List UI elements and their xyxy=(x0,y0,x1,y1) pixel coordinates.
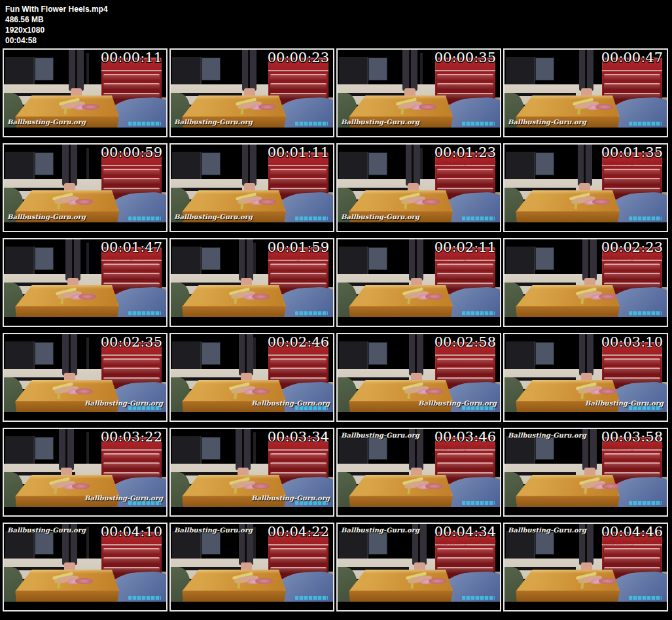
background-monitor-shape xyxy=(535,58,554,80)
site-watermark: Ballbusting-Guru.org xyxy=(341,526,419,534)
thumbnail[interactable]: 00:01:47 Ballbusting-Guru.org xyxy=(3,238,168,327)
timestamp-overlay: 00:00:47 xyxy=(601,51,663,65)
thumbnail[interactable]: 00:03:34 Ballbusting-Guru.org xyxy=(169,428,334,517)
thumbnail[interactable]: 00:04:22 Ballbusting-Guru.org xyxy=(169,523,334,611)
thumbnail[interactable]: 00:04:34 Ballbusting-Guru.org Ballbustin… xyxy=(336,523,501,611)
video-frame-preview: 00:00:23 Ballbusting-Guru.org xyxy=(171,50,333,136)
toolbox-trim-shape xyxy=(101,544,162,545)
gym-equipment-shape xyxy=(5,531,34,560)
gym-equipment-shape xyxy=(339,341,368,371)
letterbox-bar xyxy=(4,128,166,136)
thumbnail[interactable]: 00:02:35 Ballbusting-Guru.org xyxy=(3,333,168,422)
thumbnail[interactable]: 00:01:59 Ballbusting-Guru.org xyxy=(169,238,334,327)
toolbox-trim-shape xyxy=(101,165,162,166)
pink-object-shape xyxy=(75,578,93,584)
thumbnail[interactable]: 00:01:35 Ballbusting-Guru.org xyxy=(503,143,668,232)
thumbnail[interactable]: 00:00:11 Ballbusting-Guru.org xyxy=(3,48,168,137)
toolbox-drawer-shape xyxy=(103,557,160,564)
letterbox-bar xyxy=(171,128,333,136)
thumbnail[interactable]: 00:02:23 Ballbusting-Guru.org xyxy=(503,238,668,327)
toolbox-drawer-shape xyxy=(103,548,160,555)
cyan-watermark xyxy=(629,311,662,315)
barbell-shape xyxy=(511,93,576,96)
thumbnail[interactable]: 00:00:23 Ballbusting-Guru.org xyxy=(169,48,334,137)
cyan-watermark xyxy=(462,311,495,315)
gym-equipment-shape xyxy=(506,531,535,560)
toolbox-drawer-shape xyxy=(270,557,327,564)
thumbnail[interactable]: 00:02:46 Ballbusting-Guru.org xyxy=(169,333,334,422)
gym-equipment-shape xyxy=(5,57,34,86)
thumbnail[interactable]: 00:00:59 Ballbusting-Guru.org xyxy=(3,143,168,232)
wood-board-front-shape xyxy=(349,496,453,508)
thumbnail[interactable]: 00:03:22 Ballbusting-Guru.org xyxy=(3,428,168,517)
background-monitor-shape xyxy=(202,437,221,460)
background-monitor-shape xyxy=(35,152,54,175)
barbell-shape xyxy=(10,283,75,286)
thumbnail[interactable]: 00:03:46 Ballbusting-Guru.org Ballbustin… xyxy=(336,428,501,517)
timestamp-overlay: 00:02:35 xyxy=(101,336,162,349)
legs-shape xyxy=(239,239,253,281)
cyan-watermark xyxy=(462,596,495,600)
thumbnail[interactable]: 00:01:11 Ballbusting-Guru.org xyxy=(169,143,334,232)
video-frame-preview: 00:03:34 Ballbusting-Guru.org xyxy=(171,429,333,515)
video-frame-preview: 00:01:23 Ballbusting-Guru.org Ballbustin… xyxy=(338,145,500,231)
gym-equipment-shape xyxy=(5,152,34,181)
thumbnail[interactable]: 00:02:11 Ballbusting-Guru.org xyxy=(336,238,501,327)
thumbnail[interactable]: 00:03:58 Ballbusting-Guru.org Ballbustin… xyxy=(503,428,668,517)
thumbnail[interactable]: 00:00:47 Ballbusting-Guru.org xyxy=(503,48,668,137)
video-frame-preview: 00:04:46 Ballbusting-Guru.org Ballbustin… xyxy=(504,524,667,610)
letterbox-bar xyxy=(504,222,667,231)
timestamp-overlay: 00:03:10 xyxy=(601,336,663,349)
cyan-watermark xyxy=(462,216,495,220)
letterbox-bar xyxy=(504,317,667,326)
video-frame-preview: 00:01:35 Ballbusting-Guru.org xyxy=(504,145,667,231)
gym-equipment-shape xyxy=(172,152,201,181)
toolbox-drawer-shape xyxy=(604,548,660,555)
letterbox-bar xyxy=(4,507,166,515)
letterbox-bar xyxy=(504,602,667,610)
toolbox-drawer-shape xyxy=(103,358,160,366)
toolbox-drawer-shape xyxy=(604,453,660,460)
thumbnail[interactable]: 00:01:23 Ballbusting-Guru.org Ballbustin… xyxy=(336,143,501,232)
cyan-watermark xyxy=(629,596,662,600)
thumbnail[interactable]: 00:04:10 Ballbusting-Guru.org xyxy=(3,523,168,611)
barbell-shape xyxy=(344,283,409,286)
video-frame-preview: 00:02:11 Ballbusting-Guru.org xyxy=(338,239,500,326)
toolbox-drawer-shape xyxy=(437,368,493,375)
site-watermark: Ballbusting-Guru.org xyxy=(341,118,419,126)
timestamp-overlay: 00:02:46 xyxy=(268,336,329,349)
cyan-watermark xyxy=(128,216,161,220)
legs-shape xyxy=(578,145,592,186)
barbell-shape xyxy=(177,377,242,381)
letterbox-bar xyxy=(338,507,500,515)
toolbox-drawer-shape xyxy=(103,368,160,375)
gym-equipment-shape xyxy=(172,531,201,560)
gym-equipment-shape xyxy=(172,247,201,276)
legs-shape xyxy=(242,50,256,91)
file-name: Fun With Flower Heels.mp4 xyxy=(5,4,672,14)
site-watermark: Ballbusting-Guru.org xyxy=(7,118,86,126)
video-frame-preview: 00:00:35 Ballbusting-Guru.org xyxy=(338,50,500,136)
heel-spike-shape xyxy=(234,486,237,494)
wood-board-front-shape xyxy=(15,591,119,602)
barbell-shape xyxy=(177,472,242,475)
cyan-watermark xyxy=(629,216,662,220)
toolbox-drawer-shape xyxy=(103,74,160,81)
toolbox-drawer-shape xyxy=(604,178,660,185)
background-monitor-shape xyxy=(202,247,221,270)
pink-object-shape xyxy=(592,199,610,205)
background-monitor-shape xyxy=(35,532,54,555)
thumbnail[interactable]: 00:00:35 Ballbusting-Guru.org xyxy=(336,48,501,137)
thumbnail[interactable]: 00:04:46 Ballbusting-Guru.org Ballbustin… xyxy=(503,523,668,611)
thumbnail[interactable]: 00:03:10 Ballbusting-Guru.org xyxy=(503,333,668,422)
pink-object-shape xyxy=(82,104,99,110)
letterbox-bar xyxy=(171,317,333,326)
background-monitor-shape xyxy=(368,58,387,80)
thumbnail[interactable]: 00:02:58 Ballbusting-Guru.org xyxy=(336,333,501,422)
toolbox-drawer-shape xyxy=(103,453,160,460)
toolbox-drawer-shape xyxy=(604,557,660,564)
wood-board-front-shape xyxy=(349,591,453,602)
gym-equipment-shape xyxy=(339,436,368,466)
heel-spike-shape xyxy=(407,391,410,399)
legs-shape xyxy=(242,145,256,186)
